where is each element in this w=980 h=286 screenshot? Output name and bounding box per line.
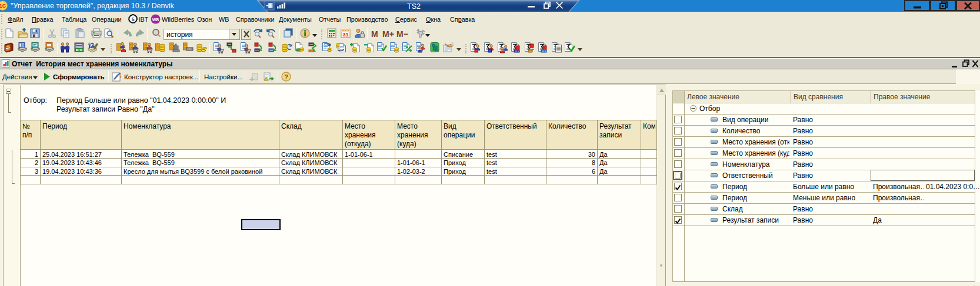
svg-text:TS2: TS2	[407, 2, 421, 11]
svg-text:5: 5	[132, 16, 135, 22]
svg-text:$: $	[78, 48, 80, 52]
svg-text:31: 31	[342, 32, 348, 38]
svg-text:?: ?	[284, 73, 288, 80]
svg-text:WB: WB	[152, 18, 159, 22]
